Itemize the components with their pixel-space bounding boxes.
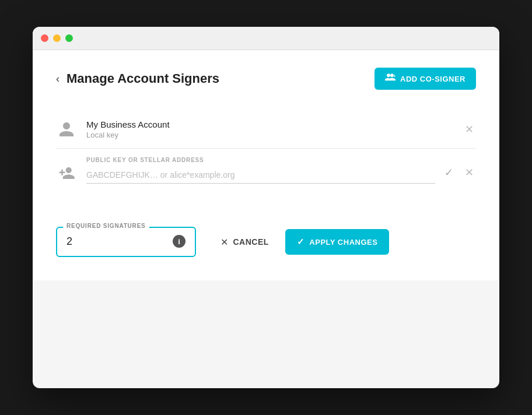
page-title: Manage Account Signers: [66, 71, 219, 86]
public-key-input[interactable]: [86, 167, 435, 184]
add-person-icon: +: [385, 73, 396, 84]
add-signer-avatar: [56, 163, 77, 184]
required-signatures-fieldset: REQUIRED SIGNATURES 2 i: [56, 227, 196, 257]
sig-input-row: 2 i: [66, 235, 186, 248]
action-icons: ✓ ✕: [444, 165, 476, 184]
app-window: ‹ Manage Account Signers + ADD CO-SIGNER: [33, 27, 499, 388]
info-icon[interactable]: i: [173, 235, 186, 248]
apply-check-icon: ✓: [297, 237, 305, 247]
svg-text:+: +: [393, 73, 396, 79]
page-header: ‹ Manage Account Signers + ADD CO-SIGNER: [56, 68, 476, 90]
signer-sub: Local key: [86, 131, 453, 139]
cancel-add-signer-button[interactable]: ✕: [463, 165, 476, 180]
cancel-x-icon: ✕: [220, 237, 229, 248]
add-cosigner-button[interactable]: + ADD CO-SIGNER: [374, 68, 476, 90]
main-content: ‹ Manage Account Signers + ADD CO-SIGNER: [33, 50, 499, 280]
remove-signer-button[interactable]: ✕: [463, 122, 476, 137]
apply-changes-button[interactable]: ✓ APPLY CHANGES: [285, 229, 390, 255]
footer-buttons: ✕ CANCEL ✓ APPLY CHANGES: [214, 229, 389, 255]
input-label: PUBLIC KEY OR STELLAR ADDRESS: [86, 157, 435, 163]
header-left: ‹ Manage Account Signers: [56, 71, 219, 86]
close-window-button[interactable]: [41, 34, 48, 42]
confirm-signer-button[interactable]: ✓: [444, 166, 453, 179]
signer-name: My Business Account: [86, 119, 453, 129]
add-cosigner-label: ADD CO-SIGNER: [400, 75, 466, 83]
signatures-value: 2: [66, 235, 72, 248]
signer-avatar: [56, 119, 77, 140]
required-signatures-legend: REQUIRED SIGNATURES: [63, 223, 149, 229]
cancel-button[interactable]: ✕ CANCEL: [214, 232, 276, 252]
maximize-window-button[interactable]: [65, 34, 73, 42]
minimize-window-button[interactable]: [53, 34, 61, 42]
signer-info: My Business Account Local key: [86, 119, 453, 139]
back-button[interactable]: ‹: [56, 73, 60, 84]
required-signatures-section: REQUIRED SIGNATURES 2 i ✕ CANCEL ✓ APPLY…: [56, 227, 476, 257]
add-signer-row: PUBLIC KEY OR STELLAR ADDRESS ✓ ✕: [56, 149, 476, 192]
signer-row: My Business Account Local key ✕: [56, 111, 476, 149]
apply-label: APPLY CHANGES: [309, 238, 377, 247]
public-key-input-group: PUBLIC KEY OR STELLAR ADDRESS: [86, 157, 435, 184]
traffic-lights: [41, 34, 73, 42]
cancel-label: CANCEL: [233, 237, 269, 247]
titlebar: [33, 27, 499, 50]
